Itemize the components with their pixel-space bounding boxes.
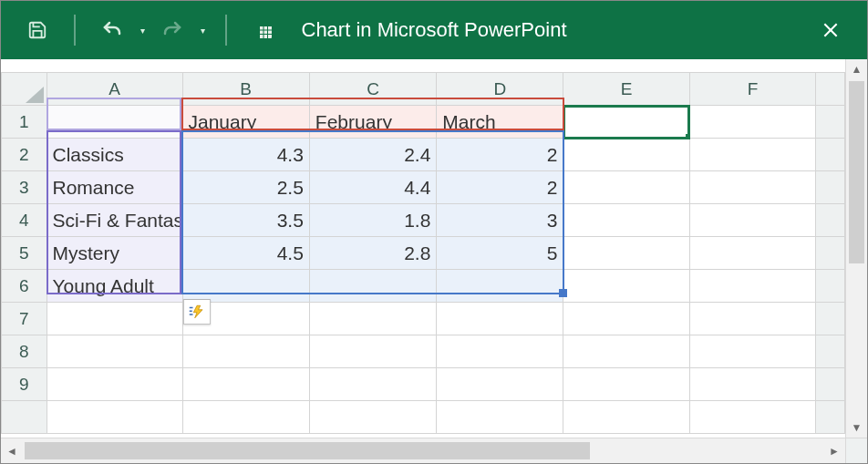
- cell-f5[interactable]: [689, 237, 815, 270]
- cell[interactable]: [309, 303, 436, 335]
- cell[interactable]: [182, 335, 309, 368]
- cell[interactable]: [689, 303, 815, 335]
- col-header-c[interactable]: C: [309, 73, 436, 106]
- cell[interactable]: [437, 303, 563, 335]
- cell-b4[interactable]: 3.5: [182, 204, 309, 237]
- row-header-7[interactable]: 7: [2, 303, 47, 335]
- cell[interactable]: [437, 335, 563, 368]
- scroll-up-button[interactable]: ▲: [846, 59, 867, 79]
- col-header-a[interactable]: A: [46, 73, 182, 106]
- cell[interactable]: [689, 335, 815, 368]
- cell[interactable]: [563, 303, 689, 335]
- row-header-1[interactable]: 1: [2, 106, 47, 139]
- cell-c1[interactable]: February: [309, 106, 436, 139]
- undo-dropdown[interactable]: ▾: [136, 26, 149, 36]
- col-header-f[interactable]: F: [689, 73, 815, 106]
- cell-f6[interactable]: [689, 270, 815, 303]
- cell-f3[interactable]: [689, 171, 815, 204]
- close-button[interactable]: [809, 1, 852, 59]
- cell-value: Classics: [47, 144, 182, 166]
- cell[interactable]: [437, 368, 563, 401]
- scroll-track-horizontal[interactable]: [23, 438, 823, 463]
- cell[interactable]: [563, 335, 689, 368]
- scroll-right-button[interactable]: ►: [823, 438, 845, 463]
- horizontal-scrollbar[interactable]: ◄ ►: [1, 438, 867, 463]
- cell-f4[interactable]: [689, 204, 815, 237]
- cell-d3[interactable]: 2: [437, 171, 563, 204]
- vertical-scrollbar[interactable]: ▲ ▼: [845, 59, 867, 438]
- edit-data-button[interactable]: [243, 10, 284, 50]
- scroll-track-vertical[interactable]: [846, 265, 867, 418]
- row-header-cut[interactable]: [2, 401, 47, 434]
- cell[interactable]: [563, 401, 689, 434]
- cell[interactable]: [689, 368, 815, 401]
- undo-button[interactable]: [92, 10, 132, 50]
- cell-b5[interactable]: 4.5: [182, 237, 309, 270]
- cell-e5[interactable]: [563, 237, 689, 270]
- cell[interactable]: [309, 335, 436, 368]
- cell-a1[interactable]: [46, 106, 182, 139]
- cell-b2[interactable]: 4.3: [182, 139, 309, 171]
- cell-a5[interactable]: Mystery: [46, 237, 182, 270]
- cell-c2[interactable]: 2.4: [309, 139, 436, 171]
- cell-spill: [816, 368, 845, 401]
- scroll-thumb-vertical[interactable]: [849, 81, 864, 263]
- cell-a2[interactable]: Classics: [46, 139, 182, 171]
- scrollbar-corner: [845, 438, 867, 463]
- cell[interactable]: [46, 401, 182, 434]
- cell[interactable]: [689, 401, 815, 434]
- cell-a3[interactable]: Romance: [46, 171, 182, 204]
- cell-c5[interactable]: 2.8: [309, 237, 436, 270]
- row-header-6[interactable]: 6: [2, 270, 47, 303]
- spreadsheet[interactable]: A B C D E F 1 January February March: [1, 59, 845, 438]
- cell-d4[interactable]: 3: [437, 204, 563, 237]
- cell-c4[interactable]: 1.8: [309, 204, 436, 237]
- redo-button[interactable]: [152, 10, 192, 50]
- row-header-5[interactable]: 5: [2, 237, 47, 270]
- row-header-9[interactable]: 9: [2, 368, 47, 401]
- col-header-spill: [816, 73, 845, 106]
- cell-d2[interactable]: 2: [437, 139, 563, 171]
- cell[interactable]: [437, 401, 563, 434]
- select-all-corner[interactable]: [2, 73, 47, 106]
- cell[interactable]: [46, 368, 182, 401]
- cell-a6[interactable]: Young Adult: [46, 270, 182, 303]
- scroll-left-button[interactable]: ◄: [1, 438, 23, 463]
- cell[interactable]: [46, 335, 182, 368]
- cell[interactable]: [182, 401, 309, 434]
- redo-dropdown[interactable]: ▾: [196, 26, 209, 36]
- col-header-d[interactable]: D: [437, 73, 563, 106]
- cell-d6[interactable]: [437, 270, 563, 303]
- cell-b1[interactable]: January: [182, 106, 309, 139]
- quick-analysis-button[interactable]: [183, 299, 211, 325]
- col-header-b[interactable]: B: [182, 73, 309, 106]
- cell-e4[interactable]: [563, 204, 689, 237]
- cell-e6[interactable]: [563, 270, 689, 303]
- cell[interactable]: [563, 368, 689, 401]
- cell-e3[interactable]: [563, 171, 689, 204]
- cell-f2[interactable]: [689, 139, 815, 171]
- cell[interactable]: [309, 401, 436, 434]
- save-button[interactable]: [17, 10, 57, 50]
- cell-e2[interactable]: [563, 139, 689, 171]
- row-header-8[interactable]: 8: [2, 335, 47, 368]
- cell[interactable]: [182, 368, 309, 401]
- cell[interactable]: [309, 368, 436, 401]
- row-header-4[interactable]: 4: [2, 204, 47, 237]
- cell-d5[interactable]: 5: [437, 237, 563, 270]
- scroll-down-button[interactable]: ▼: [846, 418, 867, 438]
- cell-c3[interactable]: 4.4: [309, 171, 436, 204]
- toolbar-separator: [225, 15, 227, 46]
- cell-f1[interactable]: [689, 106, 815, 139]
- cell[interactable]: [46, 303, 182, 335]
- cell-d1[interactable]: March: [437, 106, 563, 139]
- cell-c6[interactable]: [309, 270, 436, 303]
- row-header-2[interactable]: 2: [2, 139, 47, 171]
- cell-e1-active[interactable]: [563, 106, 689, 139]
- cell-b3[interactable]: 2.5: [182, 171, 309, 204]
- cell-b6[interactable]: [182, 270, 309, 303]
- col-header-e[interactable]: E: [563, 73, 689, 106]
- cell-a4[interactable]: Sci-Fi & Fantasy: [46, 204, 182, 237]
- row-header-3[interactable]: 3: [2, 171, 47, 204]
- scroll-thumb-horizontal[interactable]: [25, 442, 590, 459]
